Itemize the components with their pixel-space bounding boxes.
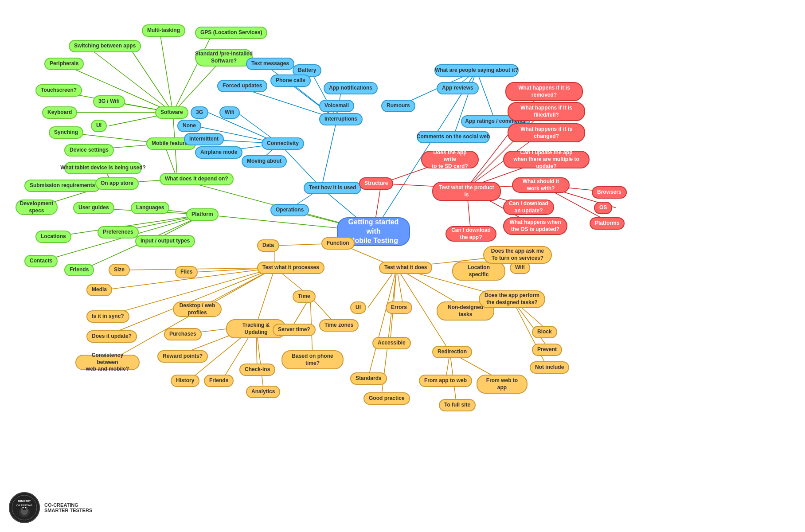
node-app-reviews: App reviews <box>437 82 479 94</box>
svg-line-88 <box>368 268 397 379</box>
node-standards: Standards <box>350 372 387 385</box>
svg-line-47 <box>477 70 496 121</box>
node-check-ins: Check-ins <box>239 364 275 376</box>
svg-point-109 <box>23 507 24 509</box>
node-based-phone: Based on phone time? <box>281 350 344 369</box>
node-platforms: Platforms <box>590 217 625 230</box>
node-multi-tasking: Multi-tasking <box>142 24 185 37</box>
node-app-notif: App notifications <box>324 82 378 94</box>
node-voicemail: Voicemail <box>319 100 354 112</box>
node-consistency: Consistency betweenweb and mobile? <box>75 355 140 370</box>
node-does-update: Does it update? <box>86 330 137 343</box>
mindmap-container: Getting started withMobile TestingMulti-… <box>0 0 805 532</box>
node-desktop-profiles: Desktop / webprofiles <box>173 301 222 317</box>
svg-line-16 <box>160 31 173 113</box>
node-what-should-work: What should itwork with? <box>512 177 570 193</box>
node-filled: What happens if it is filled/full? <box>508 102 585 121</box>
node-changed: What happens if it is changed? <box>508 123 585 142</box>
node-touchscreen: Touchscreen? <box>35 84 82 97</box>
node-removed: What happens if it is removed? <box>505 82 583 101</box>
footer-logo: MINISTRY OF TESTING CO-CREATINGSMARTER T… <box>9 492 92 523</box>
node-preferences: Preferences <box>98 226 139 239</box>
node-function: Function <box>321 237 355 250</box>
node-intermittent: Intermittent <box>184 133 224 145</box>
node-os-updated: What happens whenthe OS is updated? <box>503 217 567 235</box>
node-size: Size <box>109 264 130 276</box>
node-gps: GPS (Location Services) <box>195 27 267 39</box>
svg-line-17 <box>129 46 173 113</box>
node-redirection: Redirection <box>432 346 472 358</box>
node-moving-about: Moving about <box>242 155 287 168</box>
node-block: Block <box>532 326 557 338</box>
node-interruptions: Interruptions <box>319 113 363 125</box>
node-errors: Errors <box>386 301 412 314</box>
node-rumours: Rumours <box>381 100 415 112</box>
node-friends-green: Friends <box>64 264 94 276</box>
node-not-include: Not include <box>530 361 569 374</box>
node-history: History <box>171 375 199 387</box>
svg-line-18 <box>173 33 213 113</box>
node-test-what-does: Test what it does <box>379 262 432 274</box>
node-contacts: Contacts <box>24 255 58 267</box>
node-does-perform: Does the app performthe designed tasks? <box>479 290 545 308</box>
node-what-people-say: What are people saying about it? <box>434 64 519 77</box>
node-connectivity: Connectivity <box>262 137 304 150</box>
node-tablet-device: What tablet device is being used? <box>64 162 142 174</box>
node-update-multiple: Can I update the appwhen there are multi… <box>503 151 590 168</box>
node-switching: Switching between apps <box>69 40 141 52</box>
node-sd-card: Does the app writeto te SD card? <box>421 151 479 168</box>
node-download-update: Can I downloadan update? <box>503 200 554 215</box>
svg-point-110 <box>25 507 27 509</box>
node-files: Files <box>175 266 198 278</box>
node-user-guides: User guides <box>73 202 114 214</box>
node-text-messages: Text messages <box>246 58 294 70</box>
node-locations: Locations <box>35 231 71 243</box>
node-platform: Platform <box>186 208 219 221</box>
node-operations: Operations <box>270 204 309 216</box>
node-software: Software <box>155 106 188 119</box>
node-keyboard: Keyboard <box>42 106 77 119</box>
node-ask-services: Does the app ask meTo turn on services? <box>483 246 552 264</box>
node-is-sync: Is it in sync? <box>86 310 129 323</box>
svg-text:MINISTRY: MINISTRY <box>18 500 31 502</box>
node-os-red: OS <box>594 202 612 214</box>
svg-line-67 <box>126 268 275 270</box>
node-comments-social: Comments on the social web <box>417 131 490 143</box>
node-analytics: Analytics <box>246 386 280 398</box>
node-prevent: Prevent <box>532 344 562 356</box>
node-media: Media <box>86 284 112 296</box>
node-reward-points: Reward points? <box>157 350 208 363</box>
node-download-app: Can I downloadthe app? <box>445 226 496 242</box>
node-peripherals: Peripherals <box>44 58 84 70</box>
node-test-processes: Test what it processes <box>257 262 324 274</box>
node-location-specific: Location specific <box>452 262 505 281</box>
node-wifi: Wifi <box>219 106 240 119</box>
node-input-output: Input / output types <box>135 235 195 247</box>
node-time-zones: Time zones <box>319 319 359 332</box>
node-structure: Structure <box>359 177 393 190</box>
node-server-time: Server time? <box>273 324 316 336</box>
node-ui-orange: UI <box>350 301 366 314</box>
node-good-practice: Good practice <box>363 392 410 405</box>
node-std-software: Standard /pre-installedSoftware? <box>195 49 253 66</box>
node-from-app-web: From app to web <box>419 375 472 387</box>
svg-line-32 <box>321 119 337 188</box>
node-time: Time <box>293 290 316 303</box>
node-to-full-site: To full site <box>439 399 476 411</box>
node-3g-wifi: 3G / Wifi <box>93 95 125 108</box>
node-from-web-app: From web to app <box>477 375 528 394</box>
node-what-depend: What does it depend on? <box>160 173 234 185</box>
footer-subtitle: CO-CREATINGSMARTER TESTERS <box>44 502 92 513</box>
node-none: None <box>177 120 201 132</box>
node-test-what-product: Test what the product is <box>432 182 501 201</box>
node-accessible: Accessible <box>372 337 411 349</box>
node-purchases: Purchases <box>164 328 202 340</box>
node-data: Data <box>257 239 279 252</box>
node-phone-calls: Phone calls <box>270 74 311 87</box>
node-browsers: Browsers <box>592 186 627 199</box>
logo-icon: MINISTRY OF TESTING <box>9 492 40 523</box>
svg-line-74 <box>256 268 275 325</box>
node-synching: Synching <box>49 126 83 139</box>
node-ui: UI <box>91 120 107 132</box>
node-3g: 3G <box>191 106 208 119</box>
